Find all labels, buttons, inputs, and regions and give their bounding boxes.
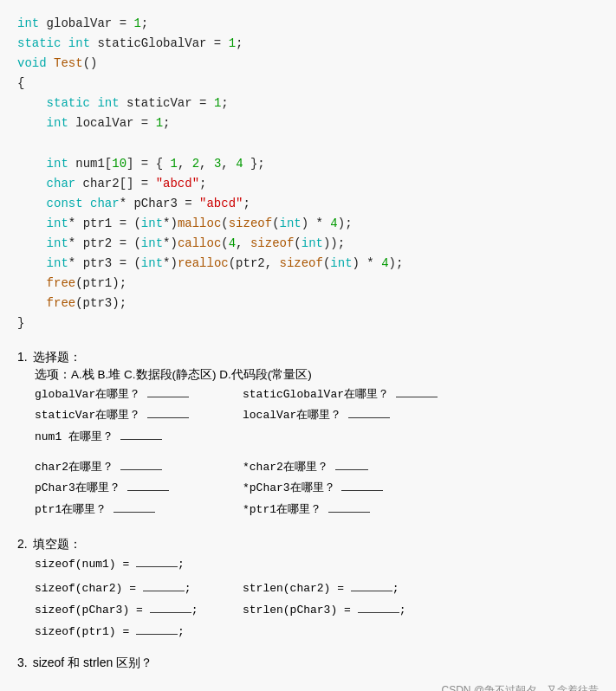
q1-staticvar: staticVar在哪里？	[35, 405, 243, 427]
code-line-3: void Test()	[17, 54, 599, 74]
code-line-2: static int staticGlobalVar = 1;	[17, 34, 599, 54]
q3-title: sizeof 和 strlen 区别？	[33, 651, 152, 675]
code-line-4: {	[17, 74, 599, 94]
q2-num: 2.	[17, 537, 28, 551]
code-line-13: int* ptr3 = (int*)realloc(ptr2, sizeof(i…	[17, 254, 599, 274]
q2-strlen-pchar3: strlen(pChar3) = ;	[243, 600, 405, 622]
code-line-7	[17, 134, 599, 154]
main-container: int globalVar = 1; static int staticGlob…	[0, 0, 616, 691]
code-line-12: int* ptr2 = (int*)calloc(4, sizeof(int))…	[17, 234, 599, 254]
q1-options: 选项：A.栈 B.堆 C.数据段(静态区) D.代码段(常量区)	[35, 367, 599, 383]
q1-globalvar: globalVar在哪里？	[35, 384, 243, 406]
q1-num: 1.	[17, 350, 28, 364]
code-line-5: static int staticVar = 1;	[17, 94, 599, 113]
q1-ptr1: ptr1在哪里？	[35, 500, 243, 521]
code-line-8: int num1[10] = { 1, 2, 3, 4 };	[17, 154, 599, 174]
q1-num1: num1 在哪里？	[35, 427, 243, 449]
question-2: 2. 填空题： sizeof(num1) = ; sizeof(char2) =…	[17, 537, 599, 643]
code-block: int globalVar = 1; static int staticGlob…	[17, 14, 599, 334]
question-1: 1. 选择题： 选项：A.栈 B.堆 C.数据段(静态区) D.代码段(常量区)…	[17, 350, 599, 521]
q2-sizeof-char2: sizeof(char2) = ;	[35, 578, 243, 600]
footer-text: CSDN @争不过朝夕，又念着往昔	[441, 684, 599, 691]
footer: CSDN @争不过朝夕，又念着往昔	[17, 683, 599, 691]
q1-deref-pchar3: *pChar3在哪里？	[243, 478, 383, 500]
q1-pchar3: pChar3在哪里？	[35, 478, 243, 500]
q2-sizeof-num1: sizeof(num1) = ;	[35, 558, 185, 571]
q2-sizeof-pchar3: sizeof(pChar3) = ;	[35, 600, 243, 622]
q1-title: 选择题：	[33, 350, 81, 365]
code-line-16: }	[17, 313, 599, 333]
q1-localvar: localVar在哪里？	[243, 405, 390, 427]
q1-staticglobalvar: staticGlobalVar在哪里？	[243, 384, 438, 406]
code-line-10: const char* pChar3 = "abcd";	[17, 194, 599, 214]
q2-strlen-char2: strlen(char2) = ;	[243, 578, 399, 600]
code-line-14: free(ptr1);	[17, 274, 599, 294]
code-line-9: char char2[] = "abcd";	[17, 174, 599, 194]
q1-deref-char2: *char2在哪里？	[243, 457, 368, 479]
q1-deref-ptr1: *ptr1在哪里？	[243, 500, 370, 521]
q1-char2: char2在哪里？	[35, 457, 243, 479]
q2-title: 填空题：	[33, 537, 81, 552]
question-3: 3. sizeof 和 strlen 区别？	[17, 651, 599, 675]
q3-num: 3.	[17, 651, 28, 675]
code-line-1: int globalVar = 1;	[17, 14, 599, 34]
code-line-15: free(ptr3);	[17, 294, 599, 313]
code-line-6: int localVar = 1;	[17, 113, 599, 133]
q2-sizeof-ptr1: sizeof(ptr1) = ;	[35, 625, 185, 638]
code-line-11: int* ptr1 = (int*)malloc(sizeof(int) * 4…	[17, 214, 599, 234]
